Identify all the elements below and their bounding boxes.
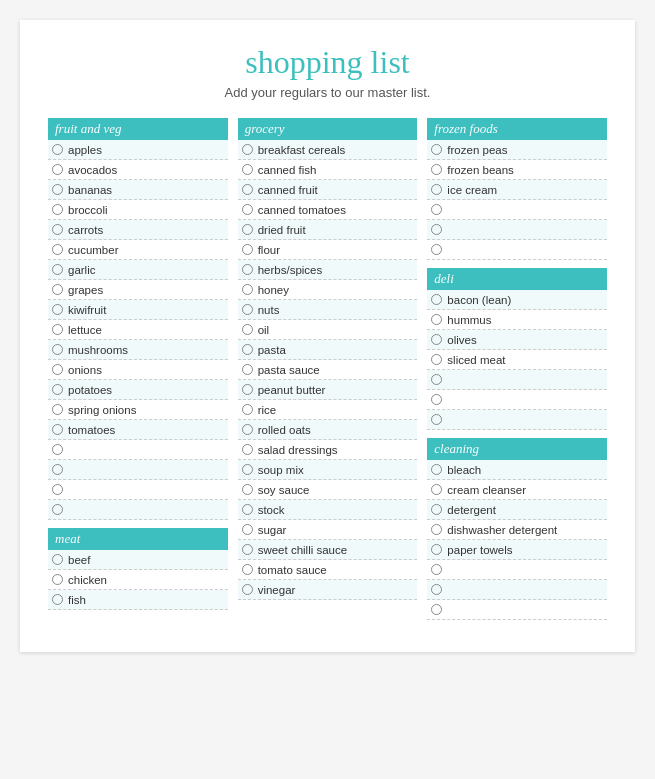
- checkbox-circle[interactable]: [431, 294, 442, 305]
- list-item[interactable]: fish: [48, 590, 228, 610]
- checkbox-circle[interactable]: [242, 564, 253, 575]
- checkbox-circle[interactable]: [52, 424, 63, 435]
- checkbox-circle[interactable]: [431, 354, 442, 365]
- checkbox-circle[interactable]: [431, 604, 442, 615]
- list-item[interactable]: onions: [48, 360, 228, 380]
- checkbox-circle[interactable]: [431, 204, 442, 215]
- list-item[interactable]: sugar: [238, 520, 418, 540]
- checkbox-circle[interactable]: [431, 394, 442, 405]
- list-item[interactable]: mushrooms: [48, 340, 228, 360]
- checkbox-circle[interactable]: [242, 384, 253, 395]
- list-item-blank[interactable]: [48, 440, 228, 460]
- list-item[interactable]: dried fruit: [238, 220, 418, 240]
- checkbox-circle[interactable]: [52, 204, 63, 215]
- checkbox-circle[interactable]: [52, 594, 63, 605]
- checkbox-circle[interactable]: [242, 184, 253, 195]
- checkbox-circle[interactable]: [52, 444, 63, 455]
- checkbox-circle[interactable]: [242, 204, 253, 215]
- list-item[interactable]: chicken: [48, 570, 228, 590]
- checkbox-circle[interactable]: [242, 424, 253, 435]
- list-item[interactable]: breakfast cereals: [238, 140, 418, 160]
- checkbox-circle[interactable]: [431, 464, 442, 475]
- list-item[interactable]: rice: [238, 400, 418, 420]
- list-item[interactable]: kiwifruit: [48, 300, 228, 320]
- list-item[interactable]: apples: [48, 140, 228, 160]
- list-item-blank[interactable]: [48, 480, 228, 500]
- checkbox-circle[interactable]: [242, 484, 253, 495]
- list-item[interactable]: stock: [238, 500, 418, 520]
- checkbox-circle[interactable]: [242, 164, 253, 175]
- list-item[interactable]: hummus: [427, 310, 607, 330]
- checkbox-circle[interactable]: [431, 314, 442, 325]
- checkbox-circle[interactable]: [431, 504, 442, 515]
- checkbox-circle[interactable]: [242, 244, 253, 255]
- checkbox-circle[interactable]: [52, 484, 63, 495]
- list-item[interactable]: carrots: [48, 220, 228, 240]
- list-item[interactable]: lettuce: [48, 320, 228, 340]
- list-item[interactable]: beef: [48, 550, 228, 570]
- list-item[interactable]: soy sauce: [238, 480, 418, 500]
- list-item[interactable]: pasta sauce: [238, 360, 418, 380]
- checkbox-circle[interactable]: [52, 244, 63, 255]
- checkbox-circle[interactable]: [431, 334, 442, 345]
- list-item[interactable]: canned fruit: [238, 180, 418, 200]
- checkbox-circle[interactable]: [242, 464, 253, 475]
- list-item[interactable]: salad dressings: [238, 440, 418, 460]
- checkbox-circle[interactable]: [52, 344, 63, 355]
- checkbox-circle[interactable]: [52, 144, 63, 155]
- list-item[interactable]: bacon (lean): [427, 290, 607, 310]
- checkbox-circle[interactable]: [431, 524, 442, 535]
- checkbox-circle[interactable]: [52, 304, 63, 315]
- list-item[interactable]: honey: [238, 280, 418, 300]
- list-item[interactable]: avocados: [48, 160, 228, 180]
- checkbox-circle[interactable]: [242, 324, 253, 335]
- checkbox-circle[interactable]: [242, 544, 253, 555]
- checkbox-circle[interactable]: [52, 384, 63, 395]
- list-item[interactable]: bleach: [427, 460, 607, 480]
- list-item-blank[interactable]: [427, 200, 607, 220]
- checkbox-circle[interactable]: [242, 144, 253, 155]
- list-item-blank[interactable]: [427, 220, 607, 240]
- checkbox-circle[interactable]: [242, 504, 253, 515]
- list-item[interactable]: garlic: [48, 260, 228, 280]
- checkbox-circle[interactable]: [242, 524, 253, 535]
- list-item[interactable]: herbs/spices: [238, 260, 418, 280]
- list-item-blank[interactable]: [427, 600, 607, 620]
- list-item[interactable]: ice cream: [427, 180, 607, 200]
- checkbox-circle[interactable]: [52, 574, 63, 585]
- checkbox-circle[interactable]: [431, 544, 442, 555]
- checkbox-circle[interactable]: [431, 224, 442, 235]
- list-item[interactable]: tomato sauce: [238, 560, 418, 580]
- list-item-blank[interactable]: [427, 580, 607, 600]
- checkbox-circle[interactable]: [52, 284, 63, 295]
- list-item[interactable]: frozen peas: [427, 140, 607, 160]
- list-item-blank[interactable]: [427, 370, 607, 390]
- checkbox-circle[interactable]: [242, 304, 253, 315]
- list-item[interactable]: nuts: [238, 300, 418, 320]
- list-item[interactable]: soup mix: [238, 460, 418, 480]
- list-item[interactable]: dishwasher detergent: [427, 520, 607, 540]
- checkbox-circle[interactable]: [52, 164, 63, 175]
- list-item-blank[interactable]: [48, 460, 228, 480]
- checkbox-circle[interactable]: [52, 264, 63, 275]
- checkbox-circle[interactable]: [431, 184, 442, 195]
- checkbox-circle[interactable]: [242, 364, 253, 375]
- checkbox-circle[interactable]: [431, 484, 442, 495]
- list-item[interactable]: pasta: [238, 340, 418, 360]
- checkbox-circle[interactable]: [52, 404, 63, 415]
- list-item[interactable]: tomatoes: [48, 420, 228, 440]
- list-item-blank[interactable]: [427, 560, 607, 580]
- list-item[interactable]: cucumber: [48, 240, 228, 260]
- list-item[interactable]: rolled oats: [238, 420, 418, 440]
- checkbox-circle[interactable]: [242, 264, 253, 275]
- list-item[interactable]: grapes: [48, 280, 228, 300]
- checkbox-circle[interactable]: [242, 444, 253, 455]
- list-item-blank[interactable]: [427, 390, 607, 410]
- checkbox-circle[interactable]: [52, 464, 63, 475]
- list-item[interactable]: sliced meat: [427, 350, 607, 370]
- checkbox-circle[interactable]: [431, 584, 442, 595]
- checkbox-circle[interactable]: [431, 564, 442, 575]
- checkbox-circle[interactable]: [431, 374, 442, 385]
- list-item[interactable]: bananas: [48, 180, 228, 200]
- list-item[interactable]: potatoes: [48, 380, 228, 400]
